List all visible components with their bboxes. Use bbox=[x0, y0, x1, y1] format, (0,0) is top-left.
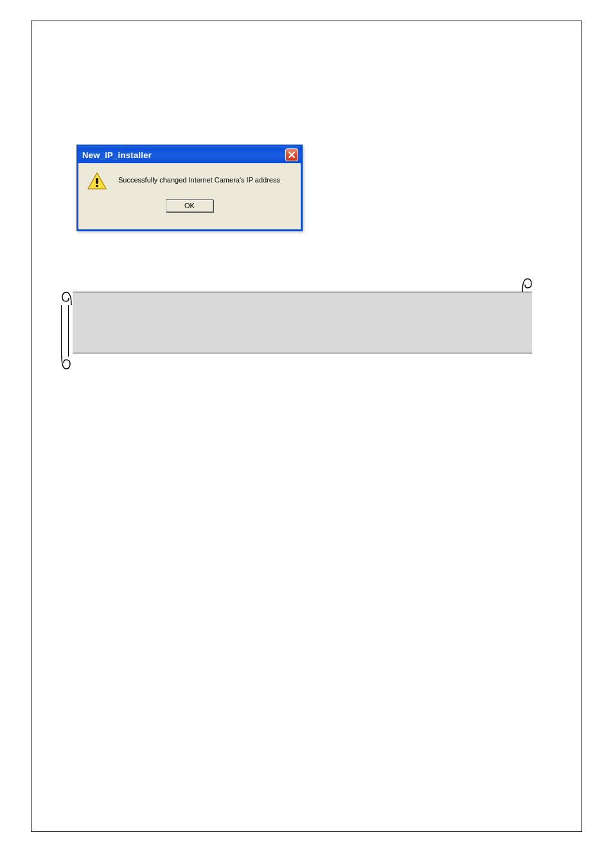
dialog-title: New_IP_installer bbox=[82, 150, 152, 160]
svg-point-1 bbox=[96, 185, 98, 188]
dialog-message: Successfully changed Internet Camera's I… bbox=[118, 172, 280, 184]
titlebar: New_IP_installer bbox=[78, 146, 301, 163]
dialog-body: Successfully changed Internet Camera's I… bbox=[78, 163, 301, 190]
dialog-footer: OK bbox=[78, 190, 301, 212]
scroll-curl-icon bbox=[61, 290, 73, 306]
scroll-banner bbox=[61, 276, 537, 369]
warning-icon bbox=[87, 172, 107, 190]
page-border bbox=[31, 21, 582, 832]
scroll-curl-icon bbox=[521, 276, 533, 293]
ok-button[interactable]: OK bbox=[166, 199, 213, 212]
scroll-body bbox=[73, 292, 532, 353]
close-icon bbox=[287, 150, 296, 159]
close-button[interactable] bbox=[285, 148, 298, 161]
svg-rect-0 bbox=[96, 178, 98, 184]
dialog-window: New_IP_installer Successfully changed In… bbox=[76, 145, 303, 231]
scroll-rod bbox=[61, 305, 69, 357]
scroll-curl-icon bbox=[61, 355, 73, 371]
